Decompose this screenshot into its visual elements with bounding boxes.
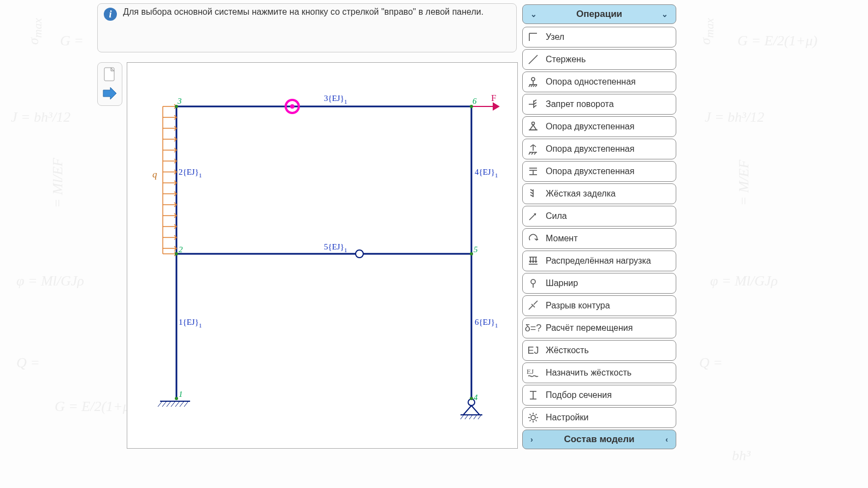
chevron-down-icon: ⌄ [662, 10, 668, 19]
svg-point-75 [531, 279, 535, 284]
op-label: Шарнир [546, 278, 578, 288]
svg-line-90 [536, 420, 537, 421]
section-icon [526, 388, 540, 402]
force-label: F [491, 93, 496, 103]
moment-icon [526, 231, 540, 246]
rod-icon [526, 52, 540, 67]
node-2[interactable] [175, 252, 178, 255]
op-label: Опора одностепенная [546, 77, 636, 87]
model-composition-header[interactable]: › Состав модели ‹ [522, 430, 676, 449]
member-4-label: 4{EJ}1 [475, 168, 498, 178]
next-step-button[interactable] [100, 85, 120, 102]
info-text: Для выбора основной системы нажмите на к… [123, 7, 483, 16]
op-label: Опора двухстепенная [546, 144, 634, 154]
distload-icon [526, 254, 540, 268]
svg-line-78 [534, 301, 538, 305]
op-label: Назначить жёсткость [546, 368, 631, 378]
fixed-icon [526, 187, 540, 201]
op-sup2c-button[interactable]: Опора двухстепенная [522, 161, 676, 182]
sup1-icon [526, 75, 540, 89]
op-settings-button[interactable]: Настройки [522, 407, 676, 428]
svg-text:EJ: EJ [527, 367, 534, 376]
op-force-button[interactable]: Сила [522, 206, 676, 227]
assign-icon: EJ [526, 366, 540, 380]
chevron-right-icon: › [530, 435, 533, 444]
node-6-label: 6 [473, 97, 477, 105]
op-label: Распределённая нагрузка [546, 256, 651, 266]
op-sup2b-button[interactable]: Опора двухстепенная [522, 139, 676, 159]
op-assign-button[interactable]: EJНазначить жёсткость [522, 362, 676, 383]
node-5-label: 5 [474, 245, 478, 254]
op-label: Узел [546, 32, 564, 42]
node-4-label: 4 [474, 393, 478, 402]
op-label: Опора двухстепенная [546, 166, 634, 176]
op-label: Подбор сечения [546, 390, 612, 400]
distributed-load[interactable] [163, 104, 176, 256]
member-2-label: 2{EJ}1 [179, 168, 202, 178]
svg-line-89 [530, 414, 531, 415]
op-disp-button[interactable]: δ=?Расчёт перемещения [522, 318, 676, 338]
op-rod-button[interactable]: Стержень [522, 49, 676, 70]
op-stiff-button[interactable]: EJЖёсткость [522, 340, 676, 361]
chevron-left-icon: ‹ [665, 435, 668, 444]
operations-header[interactable]: ⌄ Операции ⌄ [522, 4, 676, 24]
dist-load-label: q [152, 169, 157, 180]
model-composition-title: Состав модели [564, 434, 635, 445]
svg-line-23 [158, 401, 162, 407]
settings-icon [526, 410, 540, 425]
node-4[interactable] [470, 397, 473, 400]
pin-support[interactable] [460, 399, 482, 419]
member-5-label: 5{EJ}1 [324, 242, 347, 253]
svg-line-39 [529, 55, 538, 64]
op-section-button[interactable]: Подбор сечения [522, 385, 676, 406]
fixed-support[interactable] [158, 401, 190, 407]
node-1[interactable] [175, 397, 178, 400]
op-distload-button[interactable]: Распределённая нагрузка [522, 251, 676, 271]
svg-line-92 [530, 420, 531, 421]
svg-point-40 [532, 78, 535, 81]
svg-line-27 [175, 401, 180, 407]
operations-panel: ⌄ Операции ⌄ УзелСтерженьОпора одностепе… [522, 4, 676, 452]
operations-title: Операции [576, 9, 622, 20]
svg-line-34 [469, 415, 473, 419]
svg-line-91 [536, 414, 537, 415]
hinge-icon [526, 276, 540, 290]
force-icon [526, 209, 540, 223]
svg-line-24 [162, 401, 167, 407]
structure-canvas[interactable]: q F [127, 62, 518, 449]
sup2a-icon [526, 120, 540, 134]
member-1-label: 1{EJ}1 [179, 318, 202, 329]
op-label: Настройки [546, 413, 588, 422]
disp-icon: δ=? [526, 321, 540, 335]
quick-tool-strip [97, 62, 122, 106]
op-hinge-button[interactable]: Шарнир [522, 273, 676, 294]
op-label: Разрыв контура [546, 301, 610, 311]
op-sup2a-button[interactable]: Опора двухстепенная [522, 116, 676, 137]
op-break-button[interactable]: Разрыв контура [522, 295, 676, 316]
op-fixed-button[interactable]: Жёсткая заделка [522, 183, 676, 204]
svg-line-32 [460, 415, 464, 419]
node-icon [526, 30, 540, 44]
svg-line-36 [478, 415, 481, 419]
new-file-button[interactable] [100, 66, 120, 84]
op-label: Стержень [546, 55, 586, 64]
svg-line-77 [529, 306, 533, 310]
op-node-button[interactable]: Узел [522, 27, 676, 47]
op-moment-button[interactable]: Момент [522, 228, 676, 249]
node-5[interactable] [470, 252, 473, 255]
hinge[interactable] [356, 250, 363, 258]
op-label: Опора двухстепенная [546, 122, 634, 132]
stiff-icon: EJ [526, 343, 540, 358]
norot-icon [526, 97, 540, 111]
info-bar: i Для выбора основной системы нажмите на… [97, 3, 517, 52]
op-sup1-button[interactable]: Опора одностепенная [522, 72, 676, 92]
svg-line-29 [184, 401, 188, 407]
chevron-down-icon: ⌄ [530, 10, 537, 19]
op-norot-button[interactable]: Запрет поворота [522, 94, 676, 115]
member-3-label: 3{EJ}1 [324, 94, 347, 105]
node-3-label: 3 [177, 97, 182, 105]
svg-text:i: i [109, 9, 111, 20]
op-label: Расчёт перемещения [546, 323, 633, 333]
svg-point-21 [290, 104, 294, 109]
op-label: Запрет поворота [546, 99, 614, 109]
